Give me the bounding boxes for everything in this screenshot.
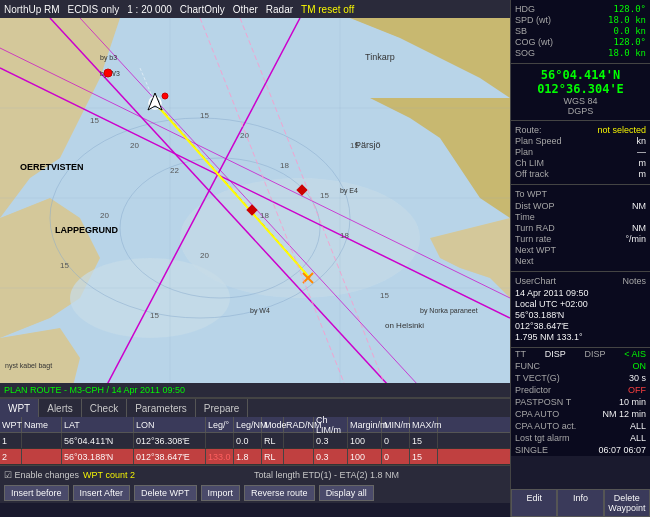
turn-rad-label: Turn RAD [515, 223, 555, 233]
insert-after-button[interactable]: Insert After [73, 485, 131, 501]
svg-text:nyst kabel bagt: nyst kabel bagt [5, 362, 52, 370]
td-leg-nm-1: 0.0 [234, 433, 262, 448]
latitude-display: 56°04.414'N [515, 68, 646, 82]
ch-lim-value: m [639, 158, 647, 168]
map-svg: 15 20 22 15 20 18 15 18 20 18 15 20 15 1… [0, 18, 510, 397]
svg-text:15: 15 [380, 291, 389, 300]
uc-header-right: Notes [622, 276, 646, 286]
total-length-info: Total length ETD(1) - ETA(2) 1.8 NM [147, 470, 506, 480]
tab-wpt[interactable]: WPT [0, 399, 39, 417]
plan-value: — [637, 147, 646, 157]
sb-label: SB [515, 26, 527, 36]
td-lon-2: 012°38.647'E [134, 449, 206, 464]
toolbar-tm-reset[interactable]: TM reset off [301, 4, 354, 15]
dist-wop-value: NM [632, 201, 646, 211]
display-all-button[interactable]: Display all [319, 485, 374, 501]
tab-check[interactable]: Check [82, 399, 127, 417]
sog-value: 18.0 kn [608, 48, 646, 58]
svg-text:18: 18 [340, 231, 349, 240]
td-lat-1: 56°04.411'N [62, 433, 134, 448]
tab-alerts[interactable]: Alerts [39, 399, 82, 417]
toolbar-northup[interactable]: NorthUp RM [4, 4, 60, 15]
status-tvect: T VECT(G) 30 s [511, 372, 650, 384]
svg-text:OERETVISTEN: OERETVISTEN [20, 162, 84, 172]
table-row[interactable]: 2 56°03.188'N 012°38.647'E 133.0 1.8 RL … [0, 449, 510, 465]
table-row[interactable]: 1 56°04.411'N 012°36.308'E 0.0 RL 0.3 10… [0, 433, 510, 449]
plan-title-bar: PLAN ROUTE - M3-CPH / 14 Apr 2011 09:50 [0, 383, 510, 397]
next-wpt-label: Next WPT [515, 245, 556, 255]
svg-text:20: 20 [100, 211, 109, 220]
longitude-display: 012°36.304'E [515, 82, 646, 96]
status-section: TT DISP DISP < AIS FUNC ON T VECT(G) 30 … [511, 348, 650, 456]
svg-text:18: 18 [280, 161, 289, 170]
info-button[interactable]: Info [557, 489, 603, 517]
status-predictor: Predictor OFF [511, 384, 650, 396]
svg-text:LAPPEGRUND: LAPPEGRUND [55, 225, 119, 235]
dist-wop-label: Dist WOP [515, 201, 555, 211]
th-max: MAX/m [410, 417, 438, 432]
enable-changes-checkbox[interactable]: ☑ Enable changes [4, 470, 79, 480]
td-mode-2: RL [262, 449, 284, 464]
route-tabs: WPT Alerts Check Parameters Prepare [0, 399, 510, 417]
tab-parameters[interactable]: Parameters [127, 399, 196, 417]
hdg-value: 128.0° [613, 4, 646, 14]
ch-lim-label: Ch LIM [515, 158, 544, 168]
delete-waypoint-button[interactable]: Delete Waypoint [604, 489, 650, 517]
datum-label: WGS 84 [515, 96, 646, 106]
uc-local-utc: Local UTC +02:00 [515, 299, 646, 309]
td-ch-lim-2: 0.3 [314, 449, 348, 464]
source-label: DGPS [515, 106, 646, 116]
delete-wpt-button[interactable]: Delete WPT [134, 485, 197, 501]
tab-prepare[interactable]: Prepare [196, 399, 249, 417]
route-info-panel: Route: not selected Plan Speed kn Plan —… [511, 121, 650, 185]
td-lat-2: 56°03.188'N [62, 449, 134, 464]
toolbar-other[interactable]: Other [233, 4, 258, 15]
turn-rate-label: Turn rate [515, 234, 551, 244]
svg-text:15: 15 [200, 111, 209, 120]
plan-label: Plan [515, 147, 533, 157]
bottom-panel: WPT Alerts Check Parameters Prepare WPT … [0, 397, 510, 517]
toolbar-ecdis[interactable]: ECDIS only [68, 4, 120, 15]
map-area: NorthUp RM ECDIS only 1 : 20 000 ChartOn… [0, 0, 510, 517]
next-label: Next [515, 256, 534, 266]
th-margin: Margin/m [348, 417, 382, 432]
main-container: NorthUp RM ECDIS only 1 : 20 000 ChartOn… [0, 0, 650, 517]
instrument-display: HDG 128.0° SPD (wt) 18.0 kn SB 0.0 kn CO… [511, 0, 650, 64]
th-leg-nm: Leg/NM [234, 417, 262, 432]
plan-speed-label: Plan Speed [515, 136, 562, 146]
svg-text:on Helsinki: on Helsinki [385, 321, 424, 330]
to-wpt-header: To WPT [515, 189, 646, 199]
svg-text:15: 15 [90, 116, 99, 125]
map-canvas: 15 20 22 15 20 18 15 18 20 18 15 20 15 1… [0, 18, 510, 397]
status-cpa-act: CPA AUTO act. ALL [511, 420, 650, 432]
edit-button[interactable]: Edit [511, 489, 557, 517]
top-toolbar: NorthUp RM ECDIS only 1 : 20 000 ChartOn… [0, 0, 510, 18]
svg-point-49 [162, 93, 168, 99]
toolbar-radar[interactable]: Radar [266, 4, 293, 15]
svg-point-48 [104, 69, 112, 77]
td-margin-1: 100 [348, 433, 382, 448]
insert-before-button[interactable]: Insert before [4, 485, 69, 501]
import-button[interactable]: Import [201, 485, 241, 501]
table-body: 1 56°04.411'N 012°36.308'E 0.0 RL 0.3 10… [0, 433, 510, 465]
wpt-info-panel: To WPT Dist WOP NM Time Turn RAD NM Turn… [511, 185, 650, 272]
plan-speed-value: kn [636, 136, 646, 146]
svg-text:15: 15 [150, 311, 159, 320]
hdg-label: HDG [515, 4, 535, 14]
th-mode: Mode [262, 417, 284, 432]
svg-text:15: 15 [60, 261, 69, 270]
svg-text:22: 22 [170, 166, 179, 175]
svg-text:15: 15 [320, 191, 329, 200]
status-single: SINGLE 06:07 06:07 [511, 444, 650, 456]
th-lat: LAT [62, 417, 134, 432]
reverse-route-button[interactable]: Reverse route [244, 485, 315, 501]
td-name-1 [22, 433, 62, 448]
uc-header-left: UserChart [515, 276, 556, 286]
td-margin-2: 100 [348, 449, 382, 464]
th-ch-lim: Ch LIM/m [314, 417, 348, 432]
toolbar-chartonly[interactable]: ChartOnly [180, 4, 225, 15]
td-min-2: 0 [382, 449, 410, 464]
status-cpa: CPA AUTO NM 12 min [511, 408, 650, 420]
toolbar-scale[interactable]: 1 : 20 000 [127, 4, 171, 15]
plan-title-text: PLAN ROUTE - M3-CPH / 14 Apr 2011 09:50 [4, 385, 185, 395]
